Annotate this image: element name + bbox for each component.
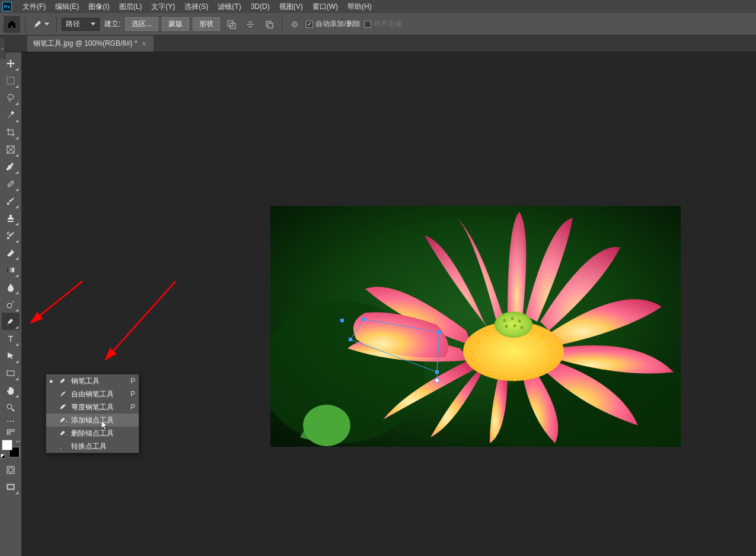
flyout-pen-tool[interactable]: ■ 钢笔工具 P: [46, 374, 139, 387]
auto-add-delete-checkbox[interactable]: 自动添加/删除: [306, 19, 360, 29]
make-mask-button[interactable]: 蒙版: [162, 17, 189, 31]
zoom-tool[interactable]: [2, 399, 20, 416]
flyout-curvature-pen-tool[interactable]: 弯度钢笔工具 P: [46, 401, 139, 414]
auto-add-delete-label: 自动添加/删除: [315, 19, 360, 29]
document-tab[interactable]: 钢笔工具.jpg @ 100%(RGB/8#) * ×: [27, 36, 154, 52]
delete-anchor-icon: −: [58, 428, 68, 438]
flyout-add-anchor-tool[interactable]: + 添加锚点工具: [46, 414, 139, 427]
color-swatches[interactable]: ⤺: [2, 440, 20, 457]
menu-type[interactable]: 文字(Y): [146, 2, 180, 12]
path-arrange-button[interactable]: [261, 17, 277, 32]
blur-tool[interactable]: [2, 278, 20, 296]
frame-tool[interactable]: [2, 141, 20, 158]
lasso-tool[interactable]: [2, 89, 20, 106]
svg-rect-12: [7, 268, 14, 272]
eyedropper-icon: [6, 162, 15, 171]
quickmask-icon: [6, 465, 15, 475]
foreground-color[interactable]: [2, 440, 12, 450]
svg-point-10: [11, 182, 12, 183]
annotation-arrow-2: [98, 277, 181, 366]
pen-tool-flyout: ■ 钢笔工具 P 自由钢笔工具 P 弯度钢笔工具 P + 添加锚点工具: [46, 374, 139, 453]
tool-mode-select[interactable]: 路径: [62, 18, 100, 31]
brush-tool[interactable]: [2, 192, 20, 209]
svg-point-38: [547, 363, 551, 367]
svg-point-40: [527, 375, 530, 379]
edit-toolbar[interactable]: [2, 427, 20, 437]
menu-image[interactable]: 图像(I): [84, 2, 114, 12]
flyout-delete-anchor-tool[interactable]: − 删除锚点工具: [46, 427, 139, 440]
flyout-label: 钢笔工具: [71, 376, 127, 386]
svg-rect-18: [11, 430, 14, 431]
type-tool[interactable]: T: [2, 330, 20, 347]
menu-filter[interactable]: 滤镜(T): [213, 2, 245, 12]
pen-tool[interactable]: [2, 313, 20, 330]
hand-tool[interactable]: [2, 382, 20, 399]
rectangle-tool[interactable]: [2, 364, 20, 382]
default-colors-icon[interactable]: [1, 454, 5, 459]
make-shape-button[interactable]: 形状: [193, 17, 220, 31]
menu-window[interactable]: 窗口(W): [308, 2, 343, 12]
workspace: T ⋯ ⤺: [0, 52, 756, 556]
canvas-area[interactable]: ■ 钢笔工具 P 自由钢笔工具 P 弯度钢笔工具 P + 添加锚点工具: [21, 52, 756, 556]
path-select-tool[interactable]: [2, 347, 20, 364]
screenmode-button[interactable]: [2, 478, 20, 495]
dodge-tool[interactable]: [2, 296, 20, 313]
menu-select[interactable]: 选择(S): [180, 2, 213, 12]
home-icon: [7, 20, 17, 29]
crop-tool[interactable]: [2, 123, 20, 141]
chevron-down-icon: [44, 23, 49, 26]
menu-3d[interactable]: 3D(D): [246, 2, 275, 11]
menubar: Ps 文件(F) 编辑(E) 图像(I) 图层(L) 文字(Y) 选择(S) 滤…: [0, 0, 756, 13]
document-image[interactable]: [270, 206, 681, 447]
svg-point-60: [64, 404, 66, 406]
marquee-icon: [6, 76, 15, 85]
svg-point-44: [478, 366, 481, 369]
svg-point-11: [7, 232, 9, 234]
gear-button[interactable]: [287, 17, 302, 32]
gear-icon: [290, 20, 299, 29]
home-button[interactable]: [4, 16, 20, 33]
quickmask-button[interactable]: [2, 461, 20, 478]
annotation-arrow-1: [26, 277, 91, 336]
menu-layer[interactable]: 图层(L): [114, 2, 147, 12]
stamp-tool[interactable]: [2, 209, 20, 227]
swap-colors-icon[interactable]: ⤺: [16, 439, 21, 444]
freeform-pen-icon: [58, 389, 68, 399]
menu-edit[interactable]: 编辑(E): [50, 2, 84, 12]
quick-select-tool[interactable]: [2, 106, 20, 123]
close-icon[interactable]: ×: [142, 40, 146, 48]
make-selection-button[interactable]: 选区...: [125, 17, 158, 31]
document-tab-bar: 钢笔工具.jpg @ 100%(RGB/8#) * ×: [0, 36, 756, 52]
flyout-convert-anchor-tool[interactable]: 转换点工具: [46, 440, 139, 453]
menu-help[interactable]: 帮助(H): [343, 2, 377, 12]
curvature-pen-icon: [58, 402, 68, 412]
history-brush-tool[interactable]: [2, 227, 20, 244]
svg-point-41: [513, 377, 516, 381]
align-edges-checkbox[interactable]: 对齐边缘: [364, 19, 402, 29]
svg-rect-8: [7, 180, 14, 187]
eraser-tool[interactable]: [2, 244, 20, 261]
gradient-tool[interactable]: [2, 261, 20, 278]
svg-point-37: [550, 354, 554, 357]
current-tool-indicator[interactable]: [30, 19, 52, 30]
path-ops-button[interactable]: [224, 17, 239, 32]
path-align-button[interactable]: [243, 17, 258, 32]
checkbox-unchecked-icon: [364, 21, 371, 28]
marquee-tool[interactable]: [2, 72, 20, 89]
svg-line-64: [106, 281, 176, 360]
svg-rect-15: [7, 371, 14, 376]
flyout-label: 自由钢笔工具: [71, 389, 127, 399]
healing-tool[interactable]: [2, 175, 20, 192]
lasso-icon: [6, 93, 15, 103]
menu-file[interactable]: 文件(F): [18, 2, 50, 12]
more-tools[interactable]: ⋯: [2, 416, 20, 427]
svg-point-51: [505, 325, 508, 328]
flyout-label: 弯度钢笔工具: [71, 402, 127, 412]
flyout-freeform-pen-tool[interactable]: 自由钢笔工具 P: [46, 387, 139, 401]
move-tool[interactable]: [2, 55, 20, 72]
svg-point-50: [518, 320, 521, 323]
eyedropper-tool[interactable]: [2, 158, 20, 175]
menu-view[interactable]: 视图(V): [275, 2, 308, 12]
crop-icon: [6, 128, 15, 137]
app-icon: Ps: [2, 2, 12, 11]
